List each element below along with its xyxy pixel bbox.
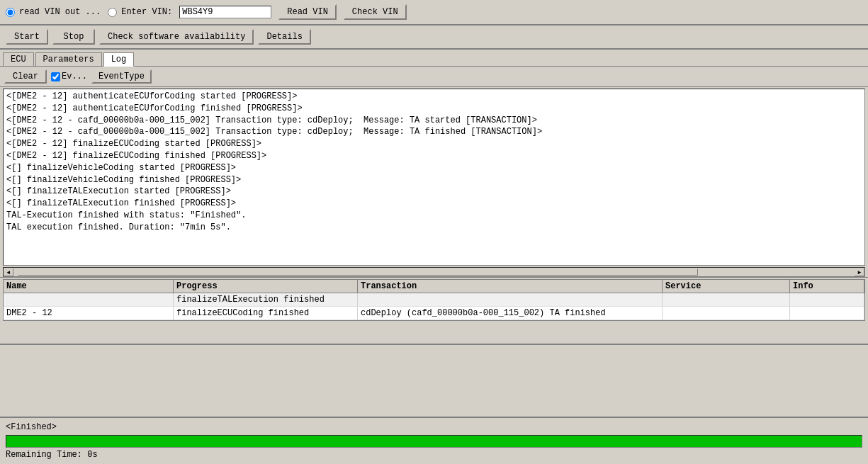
cell-progress-1: finalizeECUCoding finished [174,307,358,319]
tab-log[interactable]: Log [103,52,135,67]
col-name: Name [4,280,174,293]
cell-progress-0: finalizeTALExecution finished [174,293,358,306]
log-line: <[] finalizeTALExecution started [PROGRE… [6,186,862,198]
vin-input[interactable] [179,6,271,18]
log-line: <[DME2 - 12 - cafd_00000b0a-000_115_002]… [6,115,862,127]
log-line: <[DME2 - 12] finalizeECUCoding started [… [6,138,862,150]
col-transaction: Transaction [358,280,663,293]
status-text: <Finished> [6,422,862,432]
scroll-thumb[interactable] [18,268,698,276]
col-service: Service [663,280,790,293]
log-scrollbar[interactable]: ◄ ► [3,267,865,277]
spacer [0,322,868,344]
log-line: <[] finalizeVehicleCoding finished [PROG… [6,174,862,186]
details-button[interactable]: Details [258,29,310,45]
main-toolbar: Start Stop Check software availability D… [0,26,868,49]
table-row: DME2 - 12 finalizeECUCoding finished cdD… [4,307,864,320]
scroll-right-arrow[interactable]: ► [855,268,864,276]
start-button[interactable]: Start [6,29,48,45]
cell-info-1 [790,307,864,319]
cell-name-0 [4,293,174,306]
enter-vin-radio[interactable] [108,8,117,17]
table-header: Name Progress Transaction Service Info [4,280,864,293]
table-row: finalizeTALExecution finished [4,293,864,307]
log-line: <[DME2 - 12] finalizeECUCoding finished … [6,150,862,162]
col-info: Info [790,280,864,293]
clear-button[interactable]: Clear [4,69,47,84]
col-progress: Progress [174,280,358,293]
vin-bar: read VIN out ... Enter VIN: Read VIN Che… [0,0,868,25]
progress-table: Name Progress Transaction Service Info f… [3,279,865,321]
read-vin-radio[interactable] [6,8,15,17]
read-vin-label: read VIN out ... [19,7,101,17]
progress-bar-fill [6,436,862,447]
scroll-left-arrow[interactable]: ◄ [4,268,13,276]
log-line: <[DME2 - 12] authenticateECUforCoding fi… [6,103,862,115]
cell-transaction-1: cdDeploy (cafd_00000b0a-000_115_002) TA … [358,307,663,319]
log-line: TAL-Execution finished with status: "Fin… [6,210,862,222]
enter-vin-radio-group: Enter VIN: [108,7,172,17]
cell-service-0 [663,293,790,306]
read-vin-button[interactable]: Read VIN [278,4,337,20]
event-type-button[interactable]: EventType [91,69,152,84]
cell-service-1 [663,307,790,319]
log-line: <[DME2 - 12] authenticateECUforCoding st… [6,91,862,103]
log-panel: Clear Ev... EventType <[DME2 - 12] authe… [0,67,868,277]
check-software-button[interactable]: Check software availability [99,29,254,45]
progress-bar-bg [6,435,862,448]
remaining-time: Remaining Time: 0s [6,450,862,460]
check-vin-button[interactable]: Check VIN [344,4,407,20]
read-vin-radio-group: read VIN out ... [6,7,101,17]
log-line: <[] finalizeTALExecution finished [PROGR… [6,198,862,210]
tab-bar: ECU Parameters Log [0,50,868,67]
log-line: TAL execution finished. Duration: "7min … [6,222,862,234]
cell-transaction-0 [358,293,663,306]
cell-info-0 [790,293,864,306]
ev-checkbox-label: Ev... [51,72,87,81]
ev-checkbox[interactable] [51,72,60,81]
stop-button[interactable]: Stop [52,29,95,45]
enter-vin-label: Enter VIN: [121,7,172,17]
cell-name-1: DME2 - 12 [4,307,174,319]
log-area[interactable]: <[DME2 - 12] authenticateECUforCoding st… [3,89,865,266]
bottom-status-panel: <Finished> Remaining Time: 0s [0,417,868,464]
tab-ecu[interactable]: ECU [3,52,34,66]
tab-parameters[interactable]: Parameters [35,52,102,66]
log-toolbar: Clear Ev... EventType [0,67,868,87]
log-line: <[DME2 - 12 - cafd_00000b0a-000_115_002]… [6,126,862,138]
log-line: <[] finalizeVehicleCoding started [PROGR… [6,162,862,174]
